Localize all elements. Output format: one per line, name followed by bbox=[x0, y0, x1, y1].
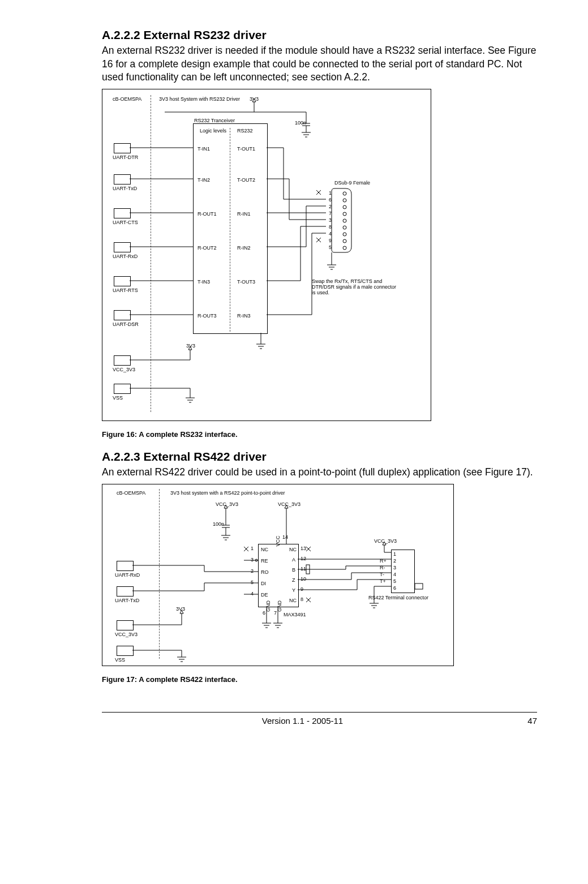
figure-17-diagram: cB-OEMSPA 3V3 host system with a RS422 p… bbox=[102, 484, 454, 666]
svg-point-49 bbox=[343, 226, 346, 229]
svg-rect-122 bbox=[415, 583, 423, 589]
page-footer: Version 1.1 - 2005-11 47 bbox=[102, 712, 537, 726]
svg-point-52 bbox=[343, 246, 346, 250]
section-heading-2: A.2.2.3 External RS422 driver bbox=[102, 450, 537, 464]
footer-version: Version 1.1 - 2005-11 bbox=[102, 716, 503, 726]
fig17-wiring bbox=[102, 484, 453, 666]
svg-marker-62 bbox=[224, 505, 228, 508]
svg-marker-1 bbox=[252, 98, 256, 102]
svg-marker-66 bbox=[383, 542, 386, 545]
svg-point-45 bbox=[343, 199, 346, 202]
figure-16-caption: Figure 16: A complete RS232 interface. bbox=[102, 430, 537, 439]
svg-point-50 bbox=[343, 233, 346, 236]
section-body-2: An external RS422 driver could be used i… bbox=[102, 466, 537, 479]
figure-16-diagram: cB-OEMSPA 3V3 host System with RS232 Dri… bbox=[102, 89, 431, 421]
section-heading-1: A.2.2.2 External RS232 driver bbox=[102, 28, 537, 42]
svg-point-44 bbox=[343, 192, 346, 195]
svg-point-47 bbox=[343, 212, 346, 216]
svg-marker-18 bbox=[188, 346, 192, 350]
svg-marker-91 bbox=[180, 610, 183, 613]
fig16-wiring bbox=[102, 89, 431, 420]
svg-marker-64 bbox=[285, 505, 288, 508]
section-body-1: An external RS232 driver is needed if th… bbox=[102, 44, 537, 84]
svg-point-48 bbox=[343, 219, 346, 222]
figure-17-caption: Figure 17: A complete RS422 interface. bbox=[102, 675, 537, 684]
footer-page-number: 47 bbox=[503, 716, 537, 726]
svg-point-51 bbox=[343, 239, 346, 243]
svg-point-46 bbox=[343, 205, 346, 209]
